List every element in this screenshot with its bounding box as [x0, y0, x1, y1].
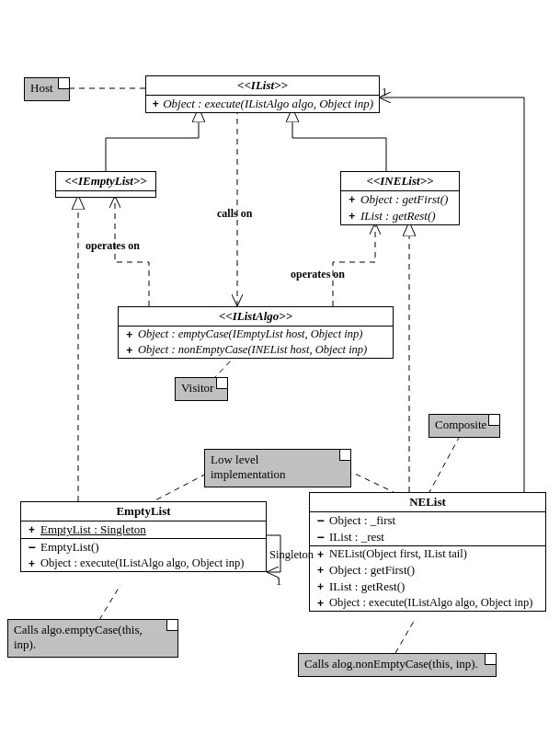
multiplicity-one-top: 1	[382, 86, 387, 99]
op-text: IList : getRest()	[360, 209, 436, 224]
visibility-public: +	[315, 580, 326, 593]
visibility-public: +	[27, 557, 37, 570]
class-ilistalgo: <<IListAlgo>> + Object : emptyCase(IEmpt…	[118, 306, 394, 359]
visibility-public: +	[124, 344, 134, 357]
attr-text: EmptyList : Singleton	[40, 522, 146, 537]
op-execute: + Object : execute(IListAlgo algo, Objec…	[310, 595, 545, 611]
note-text: Calls algo.emptyCase(this, inp).	[14, 623, 143, 651]
op-text: NEList(Object first, IList tail)	[329, 547, 467, 561]
op-nonemptycase: + Object : nonEmptyCase(INEList host, Ob…	[119, 342, 393, 358]
visibility-private: −	[27, 543, 37, 552]
class-title: NEList	[310, 493, 545, 512]
op-getrest: + IList : getRest()	[310, 579, 545, 595]
class-nelist: NEList − Object : _first − IList : _rest…	[309, 492, 546, 612]
op-getrest: + IList : getRest()	[341, 208, 459, 224]
visibility-public: +	[27, 523, 37, 536]
label-operates-on-right: operates on	[291, 268, 345, 281]
note-ear-icon	[485, 654, 496, 665]
op-emptycase: + Object : emptyCase(IEmptyList host, Ob…	[119, 327, 393, 342]
attr-singleton: + EmptyList : Singleton	[21, 522, 266, 538]
class-title: <<IEmptyList>>	[56, 172, 155, 191]
class-title: <<IListAlgo>>	[119, 307, 393, 327]
attr-first: − Object : _first	[310, 512, 545, 529]
op-execute: + Object : execute(IListAlgo algo, Objec…	[146, 96, 379, 112]
note-ear-icon	[166, 620, 177, 631]
class-emptylist: EmptyList + EmptyList : Singleton − Empt…	[20, 501, 267, 572]
note-ear-icon	[339, 450, 350, 461]
note-host: Host	[24, 77, 70, 101]
note-text: Host	[30, 81, 53, 95]
op-text: Object : execute(IListAlgo algo, Object …	[329, 596, 532, 610]
visibility-public: +	[124, 328, 134, 341]
op-text: Object : getFirst()	[360, 192, 448, 207]
attr-text: Object : _first	[329, 513, 395, 528]
attr-text: IList : _rest	[329, 530, 384, 544]
note-visitor: Visitor	[175, 377, 228, 401]
attr-rest: − IList : _rest	[310, 529, 545, 545]
visibility-public: +	[315, 564, 326, 577]
op-execute: + Object : execute(IListAlgo algo, Objec…	[21, 556, 266, 571]
label-calls-on: calls on	[217, 207, 252, 221]
visibility-private: −	[315, 516, 326, 525]
class-ilist: <<IList>> + Object : execute(IListAlgo a…	[145, 75, 380, 113]
class-title: EmptyList	[21, 502, 266, 522]
class-iemptylist: <<IEmptyList>>	[55, 171, 156, 198]
note-text: Low level implementation	[211, 453, 286, 481]
class-inelist: <<INEList>> + Object : getFirst() + ILis…	[340, 171, 460, 225]
note-low-level: Low level implementation	[204, 449, 351, 487]
op-text: Object : execute(IListAlgo algo, Object …	[163, 97, 373, 111]
op-text: EmptyList()	[40, 540, 99, 555]
multiplicity-one: 1	[276, 575, 281, 589]
class-title: <<INEList>>	[341, 172, 459, 191]
visibility-public: +	[315, 548, 326, 561]
visibility-public: +	[347, 193, 357, 206]
note-ear-icon	[58, 78, 69, 89]
note-text: Composite	[435, 418, 486, 431]
note-text: Visitor	[181, 381, 213, 395]
note-text: Calls alog.nonEmptyCase(this, inp).	[304, 657, 478, 670]
op-text: IList : getRest()	[329, 579, 405, 594]
op-text: Object : getFirst()	[329, 563, 415, 578]
op-ctor: + NEList(Object first, IList tail)	[310, 546, 545, 562]
note-nonemptycase-call: Calls alog.nonEmptyCase(this, inp).	[298, 653, 497, 677]
op-getfirst: + Object : getFirst()	[310, 562, 545, 579]
class-title: <<IList>>	[146, 76, 379, 96]
visibility-public: +	[347, 210, 357, 223]
note-emptycase-call: Calls algo.emptyCase(this, inp).	[7, 619, 178, 658]
note-composite: Composite	[429, 414, 500, 438]
label-singleton: Singleton	[269, 548, 314, 562]
visibility-public: +	[152, 97, 159, 110]
op-text: Object : execute(IListAlgo algo, Object …	[40, 556, 244, 570]
note-ear-icon	[216, 378, 227, 389]
note-ear-icon	[488, 415, 499, 426]
label-operates-on-left: operates on	[86, 239, 140, 253]
op-getfirst: + Object : getFirst()	[341, 191, 459, 208]
op-text: Object : emptyCase(IEmptyList host, Obje…	[138, 327, 362, 341]
visibility-private: −	[315, 533, 326, 542]
visibility-public: +	[315, 597, 326, 610]
op-ctor: − EmptyList()	[21, 539, 266, 556]
op-text: Object : nonEmptyCase(INEList host, Obje…	[138, 343, 367, 357]
